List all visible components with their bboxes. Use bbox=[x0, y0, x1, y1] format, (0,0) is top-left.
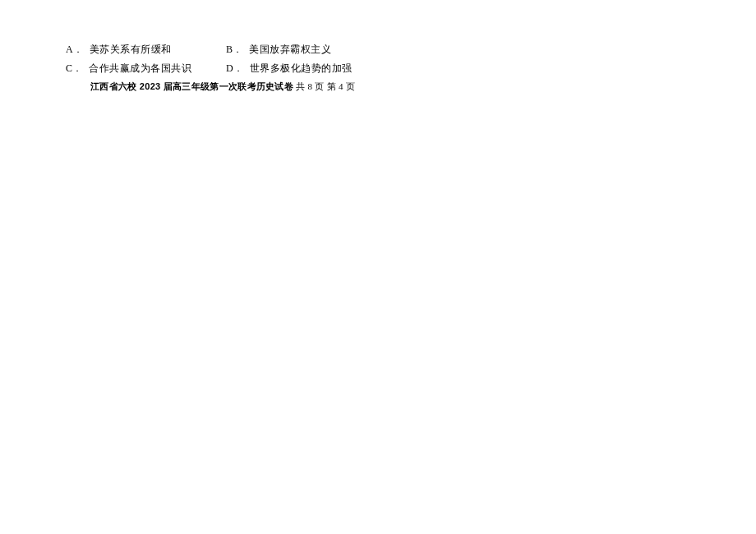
option-a: A． 美苏关系有所缓和 bbox=[66, 43, 226, 57]
option-c-label: C． bbox=[66, 62, 82, 76]
options-row-1: A． 美苏关系有所缓和 B． 美国放弃霸权主义 bbox=[66, 43, 460, 57]
option-a-text: 美苏关系有所缓和 bbox=[90, 43, 172, 57]
option-d: D． 世界多极化趋势的加强 bbox=[226, 62, 460, 76]
page-footer: 江西省六校 2023 届高三年级第一次联考历史试卷 共 8 页 第 4 页 bbox=[66, 81, 460, 93]
question-options-block: A． 美苏关系有所缓和 B． 美国放弃霸权主义 C． 合作共赢成为各国共识 D．… bbox=[66, 43, 460, 93]
footer-pages: 共 8 页 第 4 页 bbox=[296, 81, 355, 91]
option-d-label: D． bbox=[226, 62, 243, 76]
option-a-label: A． bbox=[66, 43, 83, 57]
option-d-text: 世界多极化趋势的加强 bbox=[250, 62, 353, 76]
footer-title: 江西省六校 2023 届高三年级第一次联考历史试卷 bbox=[90, 81, 293, 91]
options-row-2: C． 合作共赢成为各国共识 D． 世界多极化趋势的加强 bbox=[66, 62, 460, 76]
option-c-text: 合作共赢成为各国共识 bbox=[89, 62, 191, 76]
option-c: C． 合作共赢成为各国共识 bbox=[66, 62, 226, 76]
option-b-label: B． bbox=[226, 43, 242, 57]
option-b-text: 美国放弃霸权主义 bbox=[249, 43, 331, 57]
option-b: B． 美国放弃霸权主义 bbox=[226, 43, 460, 57]
